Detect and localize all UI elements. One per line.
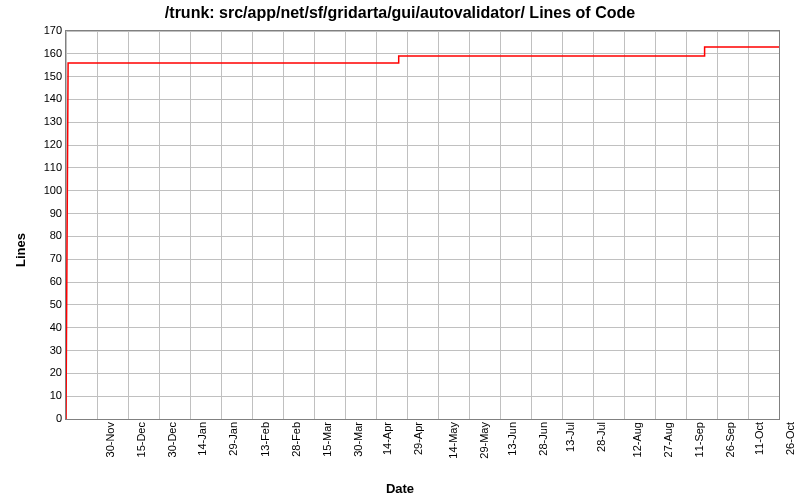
y-tick-label: 70 (32, 252, 62, 264)
y-tick-label: 170 (32, 24, 62, 36)
y-tick-label: 50 (32, 298, 62, 310)
y-tick-label: 20 (32, 366, 62, 378)
x-tick-label: 29-Apr (412, 422, 424, 455)
x-tick-label: 13-Jul (564, 422, 576, 452)
plot-area (65, 30, 780, 420)
x-tick-label: 11-Sep (693, 422, 705, 457)
x-tick-label: 14-Apr (381, 422, 393, 455)
loc-chart: /trunk: src/app/net/sf/gridarta/gui/auto… (0, 0, 800, 500)
x-tick-label: 28-Jul (595, 422, 607, 452)
x-tick-label: 26-Sep (724, 422, 736, 457)
y-tick-label: 60 (32, 275, 62, 287)
y-tick-label: 100 (32, 184, 62, 196)
x-tick-label: 13-Jun (506, 422, 518, 456)
x-tick-label: 13-Feb (259, 422, 271, 457)
y-tick-label: 150 (32, 70, 62, 82)
y-tick-label: 30 (32, 344, 62, 356)
y-tick-label: 90 (32, 207, 62, 219)
x-tick-label: 26-Oct (784, 422, 796, 455)
x-tick-label: 28-Jun (537, 422, 549, 456)
y-tick-label: 120 (32, 138, 62, 150)
x-tick-label: 11-Oct (753, 422, 765, 455)
y-tick-label: 40 (32, 321, 62, 333)
x-tick-label: 15-Mar (321, 422, 333, 457)
y-tick-label: 10 (32, 389, 62, 401)
x-tick-label: 29-May (478, 422, 490, 459)
y-tick-label: 130 (32, 115, 62, 127)
x-tick-label: 29-Jan (227, 422, 239, 456)
x-axis-label: Date (0, 481, 800, 496)
x-tick-label: 14-May (447, 422, 459, 459)
y-axis-label: Lines (13, 233, 28, 267)
y-tick-label: 0 (32, 412, 62, 424)
x-tick-label: 15-Dec (135, 422, 147, 457)
x-tick-label: 12-Aug (631, 422, 643, 457)
x-tick-label: 14-Jan (196, 422, 208, 456)
x-tick-label: 30-Mar (352, 422, 364, 457)
y-tick-label: 110 (32, 161, 62, 173)
y-tick-label: 140 (32, 92, 62, 104)
x-tick-label: 28-Feb (290, 422, 302, 457)
x-tick-label: 30-Dec (166, 422, 178, 457)
chart-title: /trunk: src/app/net/sf/gridarta/gui/auto… (0, 4, 800, 22)
plot-svg (66, 31, 779, 419)
x-tick-label: 27-Aug (662, 422, 674, 457)
x-tick-label: 30-Nov (104, 422, 116, 457)
y-tick-label: 80 (32, 229, 62, 241)
y-tick-label: 160 (32, 47, 62, 59)
